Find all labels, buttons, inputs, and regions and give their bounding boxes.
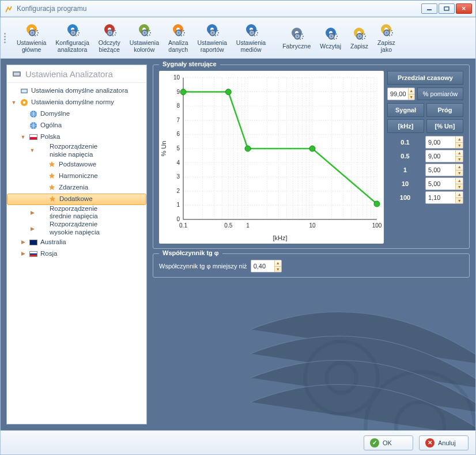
toolbar-color-settings[interactable]: Ustawieniakolorów xyxy=(125,21,164,54)
tree-arrow-icon[interactable]: ▼ xyxy=(10,100,17,106)
tgphi-input[interactable] xyxy=(251,260,274,272)
spin-up-icon[interactable]: ▲ xyxy=(456,192,463,198)
maximize-button[interactable] xyxy=(439,3,455,14)
svg-text:10: 10 xyxy=(173,74,180,81)
threshold-spin-4[interactable]: ▲▼ xyxy=(425,191,463,204)
tree-item-icon xyxy=(38,208,47,217)
tree-rozp-wysokie[interactable]: ▶Rozporządzeniewysokie napięcia xyxy=(7,221,146,237)
tree-item-label: Rozporządzeniewysokie napięcia xyxy=(50,221,100,237)
tree-harmoniczne[interactable]: Harmoniczne xyxy=(7,170,146,182)
toolbar-factory[interactable]: Fabryczne xyxy=(278,21,315,54)
tree-item-icon xyxy=(48,195,57,204)
time-range-input[interactable] xyxy=(388,88,408,100)
footer: ✓ OK ✕ Anuluj xyxy=(0,431,476,455)
svg-text:9: 9 xyxy=(176,89,180,95)
tree-arrow-icon[interactable]: ▶ xyxy=(29,210,36,216)
spin-down-icon[interactable]: ▼ xyxy=(275,267,281,272)
toolbar-main-settings[interactable]: Ustawieniagłówne xyxy=(12,21,51,54)
tgphi-label: Współczynnik tg φ mniejszy niż xyxy=(159,263,247,270)
tree-item-icon xyxy=(47,172,56,181)
tree-arrow-icon[interactable]: ▶ xyxy=(20,251,27,257)
threshold-input-1[interactable] xyxy=(426,150,455,162)
tree-item-icon xyxy=(29,132,38,142)
tree-item-label: Australia xyxy=(40,238,66,247)
tree-dodatkowe[interactable]: Dodatkowe xyxy=(7,194,146,205)
titlebar: Konfiguracja programu ✕ xyxy=(0,0,476,17)
tree-arrow-icon[interactable]: ▶ xyxy=(20,239,27,245)
tgphi-fieldset: Współczynnik tg φ Współczynnik tg φ mnie… xyxy=(153,253,470,278)
toolbar-label: Zapiszjako xyxy=(377,40,395,53)
svg-text:2: 2 xyxy=(176,188,180,194)
tree-item-icon xyxy=(38,224,47,233)
close-button[interactable]: ✕ xyxy=(456,3,472,14)
time-range-header: Przedział czasowy xyxy=(387,71,463,85)
tree-podstawowe[interactable]: Podstawowe xyxy=(7,159,146,170)
svg-text:100: 100 xyxy=(372,222,382,229)
tree-arrow-icon[interactable]: ▼ xyxy=(29,147,36,154)
tree-default-norm[interactable]: ▼Ustawienia domyślne normy xyxy=(7,97,146,108)
threshold-row: 100▲▼ xyxy=(387,191,463,204)
time-range-spin[interactable]: ▲▼ xyxy=(387,88,415,100)
signal-freq-label: 10 xyxy=(387,180,423,187)
tree-polska[interactable]: ▼Polska xyxy=(7,131,146,143)
spin-up-icon[interactable]: ▲ xyxy=(275,260,281,267)
toolbar-report-settings[interactable]: Ustawieniaraportów xyxy=(192,21,231,54)
app-icon xyxy=(4,4,13,13)
spin-up-icon[interactable]: ▲ xyxy=(456,150,463,157)
factory-icon xyxy=(289,26,305,42)
tree-arrow-icon[interactable]: ▼ xyxy=(20,134,27,141)
toolbar-save-as[interactable]: Zapiszjako xyxy=(373,21,400,54)
tree-rozp-niskie[interactable]: ▼Rozporządzenieniskie napięcia xyxy=(7,143,146,159)
threshold-spin-3[interactable]: ▲▼ xyxy=(425,177,463,190)
svg-text:8: 8 xyxy=(176,103,180,109)
threshold-spin-2[interactable]: ▲▼ xyxy=(425,164,463,176)
toolbar: UstawieniagłówneKonfiguracjaanalizatoraO… xyxy=(0,17,476,59)
tree-default-analyzer[interactable]: Ustawienia domyślne analizatora xyxy=(7,85,146,97)
spin-down-icon[interactable]: ▼ xyxy=(456,198,463,204)
svg-text:1: 1 xyxy=(246,222,250,229)
toolbar-live-readings[interactable]: Odczytybieżące xyxy=(94,21,125,54)
spin-down-icon[interactable]: ▼ xyxy=(456,170,463,176)
threshold-input-0[interactable] xyxy=(426,136,455,148)
ok-button[interactable]: ✓ OK xyxy=(364,435,413,450)
tree-australia[interactable]: ▶Australia xyxy=(7,237,146,248)
threshold-input-4[interactable] xyxy=(426,192,455,203)
threshold-spin-1[interactable]: ▲▼ xyxy=(425,150,463,162)
threshold-spin-0[interactable]: ▲▼ xyxy=(425,136,463,149)
media-settings-icon xyxy=(243,22,259,39)
toolbar-media-settings[interactable]: Ustawieniamediów xyxy=(232,21,270,54)
tree-item-icon xyxy=(20,98,29,107)
signal-freq-label: 100 xyxy=(387,194,423,201)
tree-arrow-icon[interactable]: ▶ xyxy=(29,226,36,232)
tree-rosja[interactable]: ▶Rosja xyxy=(7,248,146,260)
tree-item-icon xyxy=(29,109,38,119)
spin-down-icon[interactable]: ▼ xyxy=(456,143,463,149)
minimize-button[interactable] xyxy=(421,3,437,14)
svg-text:6: 6 xyxy=(176,131,180,137)
tree-zdarzenia[interactable]: Zdarzenia xyxy=(7,182,146,194)
toolbar-analyzer-config[interactable]: Konfiguracjaanalizatora xyxy=(51,21,93,54)
cancel-button[interactable]: ✕ Anuluj xyxy=(419,435,469,450)
tgphi-spin[interactable]: ▲▼ xyxy=(251,260,282,272)
spin-down-icon[interactable]: ▼ xyxy=(456,157,463,162)
toolbar-grip[interactable] xyxy=(4,33,10,43)
tgphi-legend: Współczynnik tg φ xyxy=(159,249,222,256)
tree-header: Ustawienia Analizatora xyxy=(7,65,146,83)
tree-rozp-srednie[interactable]: ▶Rozporządzenieśrednie napięcia xyxy=(7,205,146,221)
toolbar-data-analysis[interactable]: Analizadanych xyxy=(164,21,192,54)
threshold-input-2[interactable] xyxy=(426,164,455,176)
spin-down-icon[interactable]: ▼ xyxy=(456,184,463,190)
signals-chart: 0123456789100.10.5110100[kHz]% Un xyxy=(159,71,384,244)
spin-up-icon[interactable]: ▲ xyxy=(409,88,414,94)
main-settings-icon xyxy=(24,22,40,39)
spin-up-icon[interactable]: ▲ xyxy=(456,136,463,143)
toolbar-load[interactable]: Wczytaj xyxy=(315,21,346,54)
spin-up-icon[interactable]: ▲ xyxy=(456,164,463,170)
threshold-input-3[interactable] xyxy=(426,178,455,189)
svg-point-100 xyxy=(309,146,315,151)
tree-domyslne[interactable]: Domyślne xyxy=(7,108,146,120)
spin-up-icon[interactable]: ▲ xyxy=(456,178,463,184)
toolbar-save[interactable]: Zapisz xyxy=(346,21,373,54)
tree-ogolna[interactable]: Ogólna xyxy=(7,120,146,131)
spin-down-icon[interactable]: ▼ xyxy=(409,94,414,100)
